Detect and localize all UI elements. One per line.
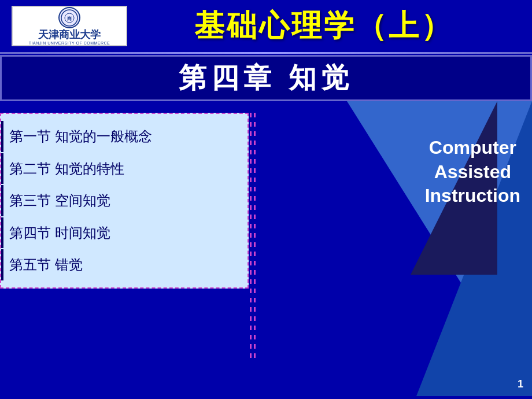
page-number: 1 (518, 378, 523, 390)
menu-item-3[interactable]: 第三节 空间知觉 (1, 185, 247, 216)
chapter-title: 第四章 知觉 (179, 60, 353, 97)
slide: 商 天津商业大学 TIANJIN UNIVERSITY OF COMMERCE … (0, 0, 532, 399)
menu-border-decoration (250, 113, 256, 361)
content-area: 第一节 知觉的一般概念 第二节 知觉的特性 第三节 空间知觉 第四节 时间知觉 … (0, 101, 532, 396)
menu-item-4[interactable]: 第四节 时间知觉 (1, 217, 247, 249)
cai-instruction: Instruction (425, 184, 520, 208)
menu-item-5[interactable]: 第五节 错觉 (1, 249, 247, 280)
separator-line (0, 52, 532, 54)
chapter-bar: 第四章 知觉 (0, 55, 532, 101)
header: 商 天津商业大学 TIANJIN UNIVERSITY OF COMMERCE … (0, 0, 532, 52)
university-logo: 商 天津商业大学 TIANJIN UNIVERSITY OF COMMERCE (12, 6, 127, 46)
university-name-en: TIANJIN UNIVERSITY OF COMMERCE (29, 41, 110, 45)
university-name-cn: 天津商业大学 (38, 29, 101, 40)
menu-item-1[interactable]: 第一节 知觉的一般概念 (1, 121, 247, 152)
menu-item-2[interactable]: 第二节 知觉的特性 (1, 153, 247, 184)
slide-title: 基础心理学（上） (127, 6, 520, 46)
cai-label: Computer Assisted Instruction (425, 136, 520, 208)
svg-text:商: 商 (67, 16, 72, 21)
cai-assisted: Assisted (425, 160, 520, 184)
chapter-menu: 第一节 知觉的一般概念 第二节 知觉的特性 第三节 空间知觉 第四节 时间知觉 … (0, 113, 249, 289)
logo-emblem: 商 (58, 7, 80, 28)
cai-computer: Computer (425, 136, 520, 160)
